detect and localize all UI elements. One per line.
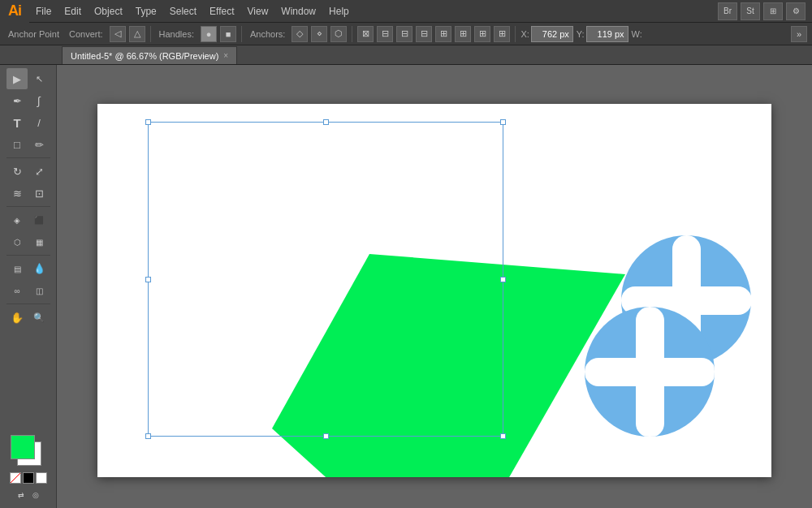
tool-row-warp: ≋ ⊡ <box>6 183 50 204</box>
color-mode-row: ⇄ ◎ <box>15 489 42 502</box>
curvature-tool[interactable]: ∫ <box>28 90 50 111</box>
color-mini-row <box>10 472 47 484</box>
convert-label: Convert: <box>66 29 106 39</box>
align-center-v[interactable]: ⊞ <box>455 26 471 42</box>
distribute-h[interactable]: ⊞ <box>494 26 510 42</box>
shape-builder-tool[interactable]: ◈ <box>6 209 28 230</box>
rect-tool[interactable]: □ <box>6 134 28 155</box>
tool-separator-1 <box>6 157 50 158</box>
anchors-add[interactable]: ⬡ <box>330 26 347 42</box>
w-coord-field: W: <box>632 29 642 39</box>
pen-tool[interactable]: ✒ <box>6 90 28 111</box>
anchors-label: Anchors: <box>247 29 288 39</box>
zoom-tool[interactable]: 🔍 <box>28 307 50 328</box>
stock-icon[interactable]: St <box>741 2 760 20</box>
align-left[interactable]: ⊟ <box>377 26 393 42</box>
gradient-tool[interactable]: ▤ <box>6 258 28 279</box>
align-center-h[interactable]: ⊟ <box>396 26 412 42</box>
green-shape <box>97 104 771 477</box>
convert-smooth-btn[interactable]: ◁ <box>110 26 126 42</box>
tool-row-shape: □ ✏ <box>6 134 50 155</box>
menu-effect[interactable]: Effect <box>203 0 240 23</box>
y-coord-field: Y: <box>577 26 628 42</box>
black-swatch[interactable] <box>23 472 34 484</box>
separator-4 <box>515 26 516 42</box>
tool-separator-4 <box>6 304 50 304</box>
warp-tool[interactable]: ≋ <box>6 183 28 204</box>
color-area: ⇄ ◎ <box>10 435 47 508</box>
tab-bar: Untitled-5* @ 66.67% (RGB/Preview) × <box>0 45 812 65</box>
line-tool[interactable]: / <box>28 112 50 133</box>
tool-separator-2 <box>6 206 50 207</box>
tool-row-type: T / <box>6 112 50 133</box>
handles-show-btn[interactable]: ● <box>201 26 217 42</box>
menu-window[interactable]: Window <box>274 0 322 23</box>
type-tool[interactable]: T <box>6 112 28 133</box>
scale-tool[interactable]: ⤢ <box>28 161 50 182</box>
rotate-tool[interactable]: ↻ <box>6 161 28 182</box>
handles-hide-btn[interactable]: ■ <box>220 26 236 42</box>
tool-row-pen: ✒ ∫ <box>6 90 50 111</box>
left-toolbar: ▶ ↖ ✒ ∫ T / □ ✏ ↻ ⤢ ≋ ⊡ ◈ ⬛ ⬡ <box>0 65 57 508</box>
eyedropper-tool[interactable]: 💧 <box>28 258 50 279</box>
tool-row-graph: ⬡ ▦ <box>6 231 50 252</box>
menu-select[interactable]: Select <box>163 0 203 23</box>
menu-object[interactable]: Object <box>88 0 129 23</box>
white-swatch[interactable] <box>36 472 47 484</box>
separator-1 <box>150 26 151 42</box>
tool-row-shapebuilder: ◈ ⬛ <box>6 209 50 230</box>
free-transform-tool[interactable]: ⊡ <box>28 183 50 204</box>
x-coord-field: X: <box>520 26 572 42</box>
none-swatch[interactable] <box>10 472 21 484</box>
live-paint-tool[interactable]: ⬛ <box>28 209 50 230</box>
tool-row-select: ▶ ↖ <box>6 68 50 89</box>
canvas-area <box>57 65 812 508</box>
align-right[interactable]: ⊟ <box>416 26 432 42</box>
tab-title: Untitled-5* @ 66.67% (RGB/Preview) <box>71 51 218 61</box>
search-icon[interactable]: ⚙ <box>786 2 806 20</box>
bridge-icons: Br St ⊞ ⚙ <box>718 2 812 20</box>
artboard-tool[interactable]: ◫ <box>28 280 50 301</box>
blend-tool[interactable]: ∞ <box>6 280 28 301</box>
anchor-point-label: Anchor Point <box>5 29 63 39</box>
hand-tool[interactable]: ✋ <box>6 307 28 328</box>
options-bar: Anchor Point Convert: ◁ △ Handles: ● ■ A… <box>0 23 812 45</box>
tool-row-blend: ∞ ◫ <box>6 280 50 301</box>
graph-tool[interactable]: ▦ <box>28 231 50 252</box>
transform-btn[interactable]: ⊠ <box>357 26 374 42</box>
tab-close-btn[interactable]: × <box>223 51 228 60</box>
menu-type[interactable]: Type <box>129 0 163 23</box>
x-label: X: <box>520 29 529 39</box>
document-tab[interactable]: Untitled-5* @ 66.67% (RGB/Preview) × <box>62 46 237 64</box>
tool-row-color: ▤ 💧 <box>6 258 50 279</box>
direct-select-tool[interactable]: ↖ <box>28 68 50 89</box>
fill-swatch[interactable] <box>11 435 35 459</box>
swap-colors-btn[interactable]: ⇄ <box>15 489 28 502</box>
color-swatches <box>11 435 46 471</box>
workspace-icon[interactable]: ⊞ <box>763 2 783 20</box>
more-options-btn[interactable]: » <box>791 26 807 42</box>
menu-view[interactable]: View <box>241 0 275 23</box>
menu-file[interactable]: File <box>29 0 58 23</box>
align-top[interactable]: ⊞ <box>435 26 451 42</box>
menu-help[interactable]: Help <box>322 0 356 23</box>
perspective-tool[interactable]: ⬡ <box>6 231 28 252</box>
align-bottom[interactable]: ⊞ <box>474 26 490 42</box>
svg-rect-8 <box>585 358 715 386</box>
anchors-show-all[interactable]: ◇ <box>292 26 308 42</box>
y-input[interactable] <box>586 26 628 42</box>
pencil-tool[interactable]: ✏ <box>28 134 50 155</box>
bridge-icon[interactable]: Br <box>718 2 737 20</box>
app-logo: Ai <box>0 0 29 23</box>
default-colors-btn[interactable]: ◎ <box>29 489 42 502</box>
separator-3 <box>352 26 352 42</box>
separator-2 <box>241 26 242 42</box>
menu-edit[interactable]: Edit <box>58 0 88 23</box>
convert-corner-btn[interactable]: △ <box>129 26 145 42</box>
select-tool[interactable]: ▶ <box>6 68 28 89</box>
x-input[interactable] <box>531 26 573 42</box>
anchors-hide[interactable]: ⋄ <box>311 26 327 42</box>
handles-label: Handles: <box>156 29 197 39</box>
artboard <box>97 104 771 477</box>
tool-row-transform: ↻ ⤢ <box>6 161 50 182</box>
